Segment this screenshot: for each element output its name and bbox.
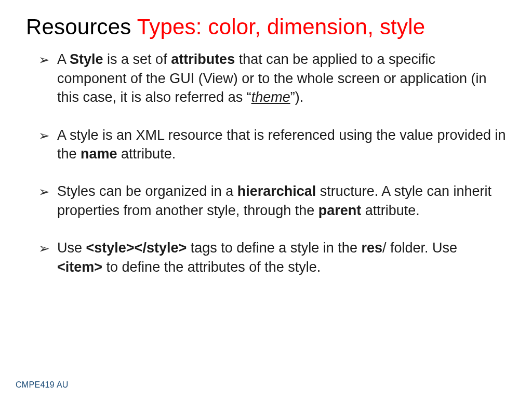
- bullet-2: A style is an XML resource that is refer…: [42, 126, 506, 164]
- bullet-list: A Style is a set of attributes that can …: [26, 50, 506, 276]
- text: attribute.: [361, 203, 420, 218]
- bullet-4: Use <style></style> tags to define a sty…: [42, 238, 506, 276]
- italic-underline-theme: theme: [251, 89, 290, 105]
- footer-course-code: CMPE419 AU: [16, 380, 69, 390]
- bold-res: res: [361, 240, 382, 256]
- title-red: Types: color, dimension, style: [137, 15, 425, 39]
- bold-item-tag: <item>: [57, 259, 102, 275]
- bold-style-tags: <style></style>: [86, 240, 187, 256]
- bold-name: name: [81, 146, 117, 162]
- bullet-3: Styles can be organized in a hierarchica…: [42, 182, 506, 220]
- bold-hierarchical: hierarchical: [237, 183, 316, 199]
- text: ”).: [290, 89, 303, 105]
- bold-attributes: attributes: [171, 51, 235, 67]
- text: tags to define a style in the: [187, 240, 361, 256]
- text: is a set of: [103, 51, 171, 67]
- text: Styles can be organized in a: [57, 183, 237, 199]
- text: attribute.: [117, 146, 176, 162]
- bold-parent: parent: [318, 203, 362, 218]
- bold-style: Style: [70, 51, 103, 67]
- title-black: Resources: [26, 15, 137, 39]
- text: A: [57, 51, 70, 67]
- slide: Resources Types: color, dimension, style…: [0, 0, 532, 399]
- text: to define the attributes of the style.: [102, 259, 321, 275]
- bullet-1: A Style is a set of attributes that can …: [42, 50, 506, 107]
- text: / folder. Use: [382, 240, 457, 256]
- text: Use: [57, 240, 86, 256]
- slide-title: Resources Types: color, dimension, style: [26, 15, 506, 39]
